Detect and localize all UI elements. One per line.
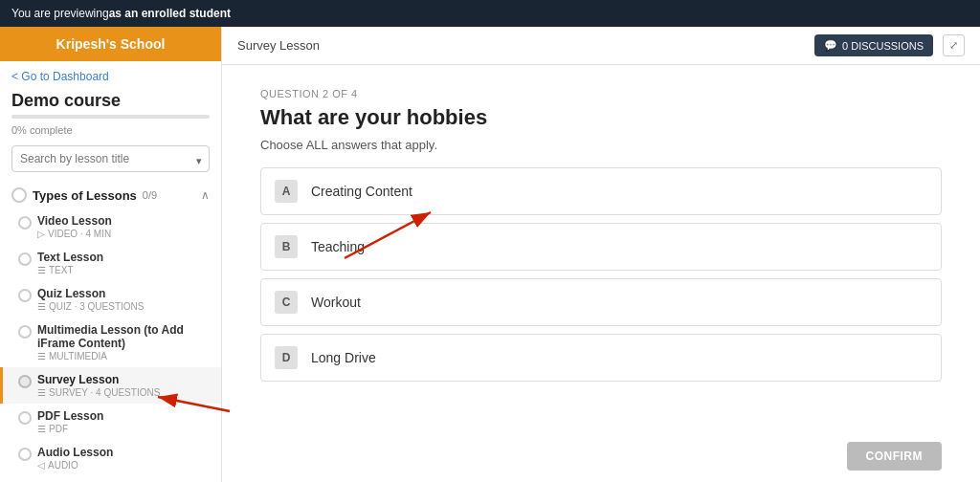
audio-icon: ◁ xyxy=(37,460,45,471)
lesson-meta: ☰ QUIZ · 3 QUESTIONS xyxy=(37,301,144,312)
lesson-name: Multimedia Lesson (to Add iFrame Content… xyxy=(37,323,210,350)
search-wrap: Search by lesson title ▾ xyxy=(0,142,221,180)
lesson-info: PDF Lesson ☰ PDF xyxy=(37,409,103,434)
survey-body: QUESTION 2 OF 4 What are your hobbies Ch… xyxy=(222,65,980,430)
answer-option-b[interactable]: B Teaching xyxy=(260,223,942,271)
answer-option-a[interactable]: A Creating Content xyxy=(260,167,942,215)
lesson-circle-icon xyxy=(18,216,32,230)
quiz-icon: ☰ xyxy=(37,301,46,312)
chat-icon: 💬 xyxy=(824,39,837,52)
section-circle-icon xyxy=(11,187,27,203)
discussions-button[interactable]: 💬 0 DISCUSSIONS xyxy=(814,34,933,56)
chevron-up-icon: ∧ xyxy=(201,188,210,202)
preview-text: You are previewing xyxy=(11,7,109,20)
lesson-info: Multimedia Lesson (to Add iFrame Content… xyxy=(37,323,210,362)
lesson-circle-icon xyxy=(18,411,32,425)
lesson-meta: ☰ TEXT xyxy=(37,265,103,275)
multimedia-icon: ☰ xyxy=(37,351,46,362)
preview-bold: as an enrolled student xyxy=(109,7,231,20)
answer-letter-b: B xyxy=(275,235,298,258)
discussions-count: 0 DISCUSSIONS xyxy=(842,40,924,52)
lesson-item[interactable]: Audio Lesson ◁ AUDIO xyxy=(0,440,221,476)
lesson-item[interactable]: PDF Lesson ☰ PDF xyxy=(0,404,221,440)
lesson-circle-active-icon xyxy=(18,375,32,388)
sidebar: Kripesh's School < Go to Dashboard Demo … xyxy=(0,27,222,482)
preview-topbar: You are previewing as an enrolled studen… xyxy=(0,0,980,27)
lesson-label: Survey Lesson xyxy=(237,38,320,53)
survey-icon: ☰ xyxy=(37,387,46,398)
lesson-info: Text Lesson ☰ TEXT xyxy=(37,251,103,275)
lesson-meta: ▷ VIDEO · 4 MIN xyxy=(37,229,112,239)
lesson-item[interactable]: Quiz Lesson ☰ QUIZ · 3 QUESTIONS xyxy=(0,281,221,318)
lesson-name: Video Lesson xyxy=(37,214,112,228)
pdf-icon: ☰ xyxy=(37,424,46,434)
lesson-item[interactable]: Multimedia Lesson (to Add iFrame Content… xyxy=(0,318,221,367)
lesson-meta: ☰ PDF xyxy=(37,424,103,434)
lesson-name: Survey Lesson xyxy=(37,373,160,386)
lesson-info: Quiz Lesson ☰ QUIZ · 3 QUESTIONS xyxy=(37,287,144,312)
lesson-name: Text Lesson xyxy=(37,251,103,264)
lesson-meta: ☰ MULTIMEDIA xyxy=(37,351,210,362)
answer-option-d[interactable]: D Long Drive xyxy=(260,334,942,382)
answer-letter-a: A xyxy=(275,180,298,203)
confirm-button[interactable]: CONFIRM xyxy=(847,442,943,471)
lesson-circle-icon xyxy=(18,448,32,461)
lesson-name: Quiz Lesson xyxy=(37,287,144,300)
lesson-name: Audio Lesson xyxy=(37,446,113,459)
answer-letter-c: C xyxy=(275,291,298,314)
section-count: 0/9 xyxy=(143,189,157,201)
answer-text-c: Workout xyxy=(311,295,361,310)
section-header[interactable]: Types of Lessons 0/9 ∧ xyxy=(0,180,221,208)
expand-button[interactable]: ⤢ xyxy=(943,34,965,56)
lesson-item[interactable]: Video Lesson ▷ VIDEO · 4 MIN xyxy=(0,208,221,245)
answer-text-b: Teaching xyxy=(311,239,365,254)
lesson-meta: ◁ AUDIO xyxy=(37,460,113,471)
lesson-info: Audio Lesson ◁ AUDIO xyxy=(37,446,113,471)
answer-text-a: Creating Content xyxy=(311,184,412,199)
content-topbar: Survey Lesson 💬 0 DISCUSSIONS ⤢ xyxy=(222,27,980,65)
course-title: Demo course xyxy=(0,87,221,113)
confirm-row: CONFIRM xyxy=(222,430,980,482)
lesson-name: PDF Lesson xyxy=(37,409,103,423)
expand-icon: ⤢ xyxy=(949,39,958,51)
question-instruction: Choose ALL answers that apply. xyxy=(260,138,942,152)
lesson-circle-icon xyxy=(18,325,32,339)
question-title: What are your hobbies xyxy=(260,105,942,130)
main-content: Survey Lesson 💬 0 DISCUSSIONS ⤢ QUESTION… xyxy=(222,27,980,482)
search-input[interactable]: Search by lesson title xyxy=(11,145,210,172)
section-title: Types of Lessons xyxy=(33,188,137,203)
lesson-item-active[interactable]: Survey Lesson ☰ SURVEY · 4 QUESTIONS xyxy=(0,367,221,404)
answer-letter-d: D xyxy=(275,346,298,369)
section-header-left: Types of Lessons 0/9 xyxy=(11,187,157,203)
answer-text-d: Long Drive xyxy=(311,350,376,365)
breadcrumb[interactable]: < Go to Dashboard xyxy=(0,61,221,87)
progress-bar-bg xyxy=(11,115,210,119)
question-counter: QUESTION 2 OF 4 xyxy=(260,88,942,99)
progress-text: 0% complete xyxy=(0,122,221,142)
lesson-info: Video Lesson ▷ VIDEO · 4 MIN xyxy=(37,214,112,239)
school-name: Kripesh's School xyxy=(0,27,221,61)
text-icon: ☰ xyxy=(37,265,46,275)
progress-bar-wrap xyxy=(0,113,221,122)
go-to-dashboard-link[interactable]: < Go to Dashboard xyxy=(11,70,109,83)
lesson-circle-icon xyxy=(18,289,32,302)
lesson-info: Survey Lesson ☰ SURVEY · 4 QUESTIONS xyxy=(37,373,160,398)
lesson-circle-icon xyxy=(18,252,32,266)
answer-option-c[interactable]: C Workout xyxy=(260,278,942,326)
lesson-meta: ☰ SURVEY · 4 QUESTIONS xyxy=(37,387,160,398)
lesson-item[interactable]: Text Lesson ☰ TEXT xyxy=(0,245,221,281)
video-icon: ▷ xyxy=(37,229,45,239)
lessons-section: Types of Lessons 0/9 ∧ Video Lesson ▷ VI… xyxy=(0,180,221,482)
